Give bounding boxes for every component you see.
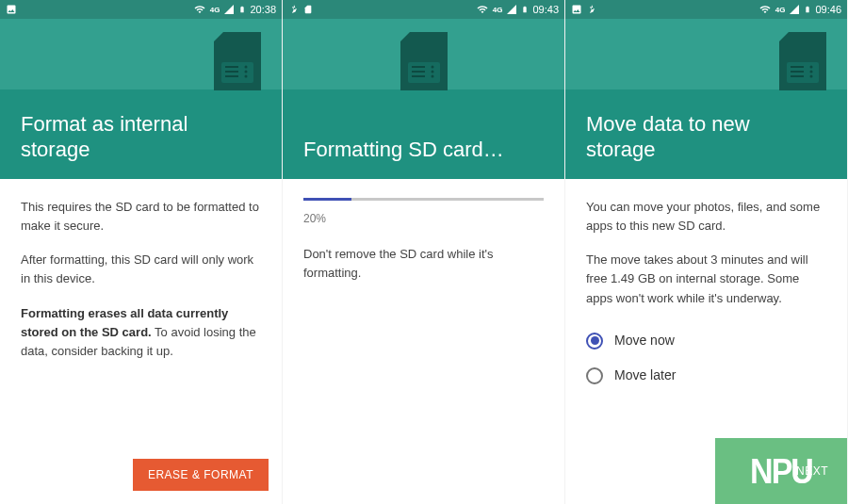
wifi-icon [476,4,489,15]
radio-group: Move now Move later [586,323,826,394]
svg-point-5 [245,71,248,73]
clock: 20:38 [250,4,276,15]
status-bar: 4G 09:46 [565,0,847,19]
svg-point-12 [431,71,433,73]
screen-move-data: 4G 09:46 Move data to new storage You ca… [565,0,848,504]
network-label: 4G [493,6,503,14]
network-label: 4G [210,6,220,14]
content: 20% Don't remove the SD card while it's … [283,179,564,317]
image-icon [571,4,582,15]
content: This requires the SD card to be formatte… [0,179,282,395]
header: Move data to new storage [565,0,847,179]
status-bar: 4G 20:38 [0,0,282,19]
page-title: Move data to new storage [586,112,803,162]
sd-small-icon [303,4,313,15]
svg-rect-17 [791,75,804,77]
radio-unchecked-icon [586,367,603,384]
progress-fill [303,198,351,201]
svg-rect-2 [225,71,238,73]
pinwheel-icon [288,4,300,15]
clock: 09:46 [815,4,841,15]
body-text: The move takes about 3 minutes and will … [586,251,826,307]
body-text: You can move your photos, files, and som… [586,198,826,236]
svg-rect-16 [791,71,804,73]
svg-rect-15 [791,66,804,68]
page-title: Format as internal storage [21,112,237,162]
battery-icon [804,4,811,15]
body-text: Don't remove the SD card while it's form… [303,245,544,283]
radio-label: Move later [614,366,676,386]
svg-rect-3 [225,75,238,77]
sd-card-icon [214,32,261,94]
body-text: This requires the SD card to be formatte… [21,198,261,236]
next-button[interactable]: NEXT [796,464,828,478]
svg-point-4 [245,66,248,69]
image-icon [6,4,17,15]
body-text: After formatting, this SD card will only… [21,251,261,288]
sd-card-icon [779,32,826,94]
status-bar: 4G 09:43 [283,0,564,19]
wifi-icon [193,4,206,15]
screen-formatting: 4G 09:43 Formatting SD card… 20% Don't r… [283,0,565,504]
wifi-icon [758,4,772,15]
svg-point-13 [431,75,433,78]
radio-label: Move now [614,331,675,351]
svg-rect-8 [412,66,425,68]
svg-point-18 [810,66,813,69]
erase-format-button[interactable]: ERASE & FORMAT [133,459,269,491]
svg-rect-1 [225,66,238,68]
header: Formatting SD card… [283,0,564,179]
page-title: Formatting SD card… [303,138,520,162]
screen-format-as-internal: 4G 20:38 Format as internal storage This… [0,0,283,504]
svg-rect-10 [412,75,425,77]
radio-move-later[interactable]: Move later [586,358,826,394]
battery-icon [238,4,246,15]
svg-point-11 [431,66,433,69]
radio-checked-icon [586,333,603,350]
signal-icon [223,4,235,15]
pinwheel-icon [586,4,597,15]
body-text: Formatting erases all data currently sto… [21,304,261,361]
sd-card-icon [400,32,448,94]
progress-bar [303,198,544,201]
progress-percent: 20% [303,210,544,228]
svg-point-6 [245,75,248,78]
battery-icon [521,4,529,15]
content: You can move your photos, files, and som… [565,179,847,413]
svg-point-19 [810,71,813,73]
signal-icon [506,4,517,15]
header: Format as internal storage [0,0,282,179]
radio-move-now[interactable]: Move now [586,323,826,359]
network-label: 4G [775,6,786,14]
signal-icon [789,4,800,15]
svg-point-20 [810,75,813,78]
clock: 09:43 [532,4,559,15]
svg-rect-9 [412,71,425,73]
